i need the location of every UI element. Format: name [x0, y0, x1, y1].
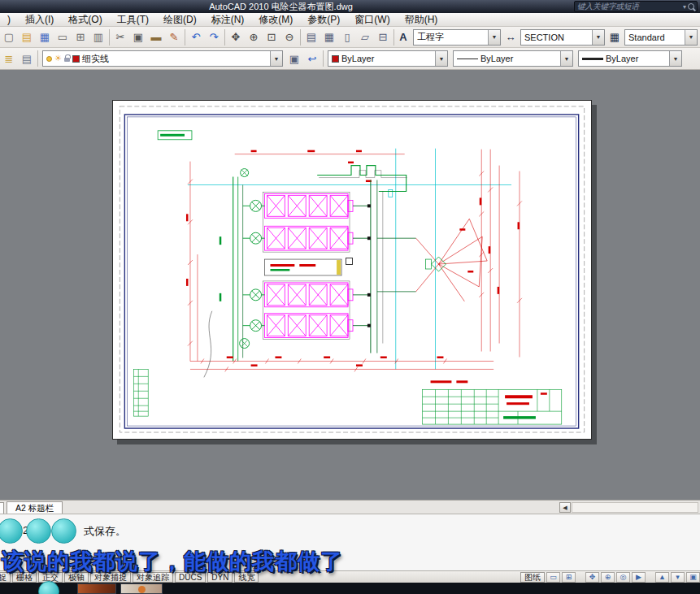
- designcenter-icon[interactable]: ▦: [321, 29, 337, 46]
- undo-icon[interactable]: ↶: [188, 29, 204, 46]
- pan-icon[interactable]: ✥: [585, 572, 599, 583]
- table-style-combo[interactable]: Standard ▼: [624, 29, 698, 46]
- chevron-down-icon[interactable]: ▼: [435, 51, 447, 66]
- menu-parametric[interactable]: 参数(P): [300, 13, 347, 27]
- chevron-down-icon[interactable]: ▼: [669, 51, 681, 66]
- quick-calc-icon[interactable]: ⊟: [375, 29, 391, 46]
- menu-tools[interactable]: 工具(T): [110, 13, 156, 27]
- layer-previous-icon[interactable]: ↩: [304, 50, 320, 67]
- taskbar-thumbnail[interactable]: [120, 583, 163, 594]
- tool-palettes-icon[interactable]: ▯: [339, 29, 355, 46]
- steering-wheel-icon[interactable]: ◎: [616, 572, 630, 583]
- cut-icon[interactable]: ✂: [112, 29, 128, 46]
- toolbar-separator: [37, 50, 38, 67]
- zoom-realtime-icon[interactable]: ⊕: [246, 29, 262, 46]
- linetype-combo[interactable]: ByLayer ▼: [453, 50, 573, 67]
- avatar: [0, 518, 23, 544]
- layer-color-swatch[interactable]: [72, 55, 80, 63]
- dim-style-value: SECTION: [521, 33, 592, 42]
- paste-icon[interactable]: ▬: [148, 29, 164, 46]
- taskbar-thumbnail[interactable]: [77, 583, 116, 594]
- zoom-icon[interactable]: ⊕: [601, 572, 615, 583]
- lineweight-sample: [582, 58, 603, 60]
- command-text: 式保存。: [84, 524, 126, 539]
- menu-format[interactable]: 格式(O): [61, 13, 109, 27]
- publish-icon[interactable]: ▥: [90, 29, 107, 46]
- menu-window[interactable]: 窗口(W): [347, 13, 397, 27]
- linetype-sample: [457, 59, 478, 59]
- linetype-value: ByLayer: [480, 54, 513, 63]
- menu-draw[interactable]: 绘图(D): [156, 13, 204, 27]
- lineweight-value: ByLayer: [606, 54, 638, 63]
- paper-model-button[interactable]: 图纸: [520, 572, 545, 583]
- table-style-icon[interactable]: ▦: [607, 31, 622, 43]
- taskbar: [0, 583, 700, 594]
- zoom-previous-icon[interactable]: ⊖: [281, 29, 298, 46]
- paper-sheet: [112, 100, 592, 440]
- plot-preview-icon[interactable]: ⊞: [72, 29, 89, 46]
- toolbar-separator: [323, 50, 324, 67]
- pan-icon[interactable]: ✥: [228, 29, 244, 46]
- search-icon[interactable]: [688, 3, 694, 10]
- layout-tab-bar: A2 标题栏 ◀: [0, 500, 700, 514]
- chevron-down-icon[interactable]: ▼: [560, 51, 572, 66]
- chevron-down-icon[interactable]: ▼: [270, 51, 282, 66]
- layer-on-icon[interactable]: [46, 56, 52, 62]
- properties-icon[interactable]: ▤: [303, 29, 320, 46]
- menu-help[interactable]: 帮助(H): [398, 13, 446, 27]
- pickbox-cursor: [346, 258, 353, 265]
- cad-drawing: [113, 101, 591, 439]
- clean-screen-icon[interactable]: ▣: [686, 572, 700, 583]
- menu-insert[interactable]: 插入(I): [18, 13, 61, 27]
- open-icon[interactable]: ▤: [19, 29, 35, 46]
- drawing-area[interactable]: [0, 70, 700, 500]
- layer-combo[interactable]: ☀ 细实线 ▼: [42, 50, 283, 67]
- layer-name: 细实线: [82, 53, 109, 65]
- scroll-left-button[interactable]: ◀: [559, 502, 571, 513]
- text-style-icon[interactable]: A: [396, 31, 411, 43]
- quick-view-layouts-icon[interactable]: ▭: [546, 572, 560, 583]
- toolbar-separator: [300, 29, 301, 46]
- dim-style-combo[interactable]: SECTION ▼: [520, 29, 605, 46]
- color-combo[interactable]: ByLayer ▼: [328, 50, 448, 67]
- layer-states-icon[interactable]: ▤: [19, 50, 35, 67]
- chevron-down-icon[interactable]: ▾: [683, 3, 686, 11]
- dim-style-icon[interactable]: ↔: [503, 31, 518, 43]
- help-search-box[interactable]: 键入关键字或短语 ▾: [574, 1, 698, 12]
- tab-partial[interactable]: [0, 502, 4, 514]
- layer-lock-icon[interactable]: [64, 58, 70, 62]
- scrollbar-track[interactable]: [572, 502, 698, 513]
- chevron-down-icon[interactable]: ▼: [592, 30, 604, 45]
- chevron-down-icon[interactable]: ▼: [488, 30, 500, 45]
- show-motion-icon[interactable]: ▶: [632, 572, 646, 583]
- menubar: ) 插入(I) 格式(O) 工具(T) 绘图(D) 标注(N) 修改(M) 参数…: [0, 13, 700, 27]
- toolbar-separator: [185, 29, 185, 46]
- plot-icon[interactable]: ▭: [54, 29, 71, 46]
- quick-view-drawings-icon[interactable]: ⊞: [562, 572, 576, 583]
- copy-icon[interactable]: ▣: [130, 29, 146, 46]
- menu-view-partial[interactable]: ): [0, 13, 18, 27]
- new-icon[interactable]: ▢: [1, 29, 17, 46]
- menu-modify[interactable]: 修改(M): [251, 13, 300, 27]
- lineweight-combo[interactable]: ByLayer ▼: [578, 50, 682, 67]
- text-style-combo[interactable]: 工程字 ▼: [413, 29, 501, 46]
- save-icon[interactable]: ▦: [37, 29, 53, 46]
- tab-a2-titleblock[interactable]: A2 标题栏: [7, 501, 63, 514]
- match-properties-icon[interactable]: ✎: [166, 29, 182, 46]
- make-current-icon[interactable]: ▣: [286, 50, 302, 67]
- table-style-value: Standard: [625, 33, 685, 42]
- layer-freeze-icon[interactable]: ☀: [54, 54, 62, 63]
- text-style-value: 工程字: [414, 31, 488, 43]
- layer-manager-icon[interactable]: ≣: [1, 50, 17, 67]
- search-placeholder: 键入关键字或短语: [577, 2, 681, 12]
- annotation-icon[interactable]: ▲: [655, 572, 669, 583]
- zoom-window-icon[interactable]: ⊡: [263, 29, 280, 46]
- titlebar: AutoCAD 2010 电除尘器布置图.dwg 键入关键字或短语 ▾: [0, 0, 700, 13]
- menu-dimension[interactable]: 标注(N): [204, 13, 252, 27]
- chevron-down-icon[interactable]: ▼: [685, 30, 697, 45]
- redo-icon[interactable]: ↷: [206, 29, 222, 46]
- sheet-set-icon[interactable]: ▱: [357, 29, 373, 46]
- status-menu-caret-icon[interactable]: ▾: [671, 572, 685, 583]
- color-value: ByLayer: [341, 54, 374, 63]
- autocad-window: AutoCAD 2010 电除尘器布置图.dwg 键入关键字或短语 ▾ ) 插入…: [0, 0, 700, 594]
